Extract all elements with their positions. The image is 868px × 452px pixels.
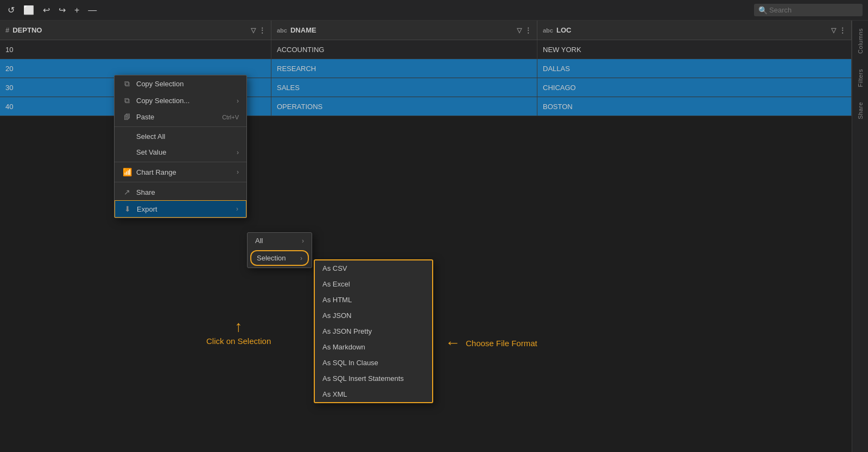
- menu-item-paste[interactable]: 🗐 Paste Ctrl+V: [115, 109, 246, 125]
- search-input[interactable]: [754, 4, 863, 16]
- format-submenu: As CSV As Excel As HTML As JSON As JSON …: [314, 259, 433, 403]
- format-label-csv: As CSV: [322, 264, 347, 272]
- more-icon-deptno[interactable]: ⋮: [259, 27, 265, 34]
- format-item-html[interactable]: As HTML: [315, 292, 432, 308]
- menu-item-copy-selection-dots[interactable]: ⧉ Copy Selection... ›: [115, 92, 246, 109]
- cell-deptno-0: 10: [0, 40, 271, 59]
- share-icon: ↗: [122, 188, 132, 196]
- arrow-icon: ›: [237, 97, 239, 105]
- more-icon-loc[interactable]: ⋮: [839, 27, 846, 34]
- chart-icon: 📶: [122, 168, 132, 176]
- format-label-html: As HTML: [322, 296, 352, 304]
- right-sidebar: Columns Filters Share: [852, 21, 868, 452]
- redo-icon[interactable]: ↪: [56, 4, 68, 16]
- arrow-icon-all: ›: [302, 237, 304, 245]
- col-label-dname: DNAME: [290, 26, 316, 34]
- submenu-label-selection: Selection: [257, 254, 286, 262]
- more-icon-dname[interactable]: ⋮: [525, 27, 531, 34]
- cell-dname-0: ACCOUNTING: [271, 40, 537, 59]
- paste-shortcut: Ctrl+V: [222, 114, 239, 120]
- col-header-dname: abc DNAME ▽ ⋮: [271, 21, 537, 40]
- menu-item-set-value[interactable]: Set Value ›: [115, 144, 246, 160]
- submenu-item-all[interactable]: All ›: [248, 233, 312, 249]
- submenu-label-all: All: [255, 237, 263, 245]
- format-item-sql-in[interactable]: As SQL In Clause: [315, 355, 432, 371]
- annotation-click-label: Click on Selection: [206, 336, 271, 346]
- menu-item-copy-selection[interactable]: ⧉ Copy Selection: [115, 75, 246, 92]
- cell-dname-3: OPERATIONS: [271, 97, 537, 116]
- arrow-icon-cr: ›: [237, 168, 239, 176]
- menu-divider-3: [115, 182, 246, 182]
- search-wrap: 🔍: [754, 4, 863, 16]
- arrow-left-icon: ←: [445, 335, 460, 351]
- arrow-up-icon: ↑: [235, 319, 243, 334]
- format-label-json: As JSON: [322, 311, 351, 320]
- add-icon[interactable]: +: [72, 4, 81, 16]
- menu-label-chart-range: Chart Range: [136, 168, 176, 176]
- hash-icon: #: [5, 26, 9, 34]
- sidebar-tab-share[interactable]: Share: [856, 100, 865, 122]
- format-item-excel[interactable]: As Excel: [315, 276, 432, 292]
- format-label-excel: As Excel: [322, 280, 350, 288]
- minus-icon[interactable]: —: [86, 4, 99, 16]
- col-label-deptno: DEPTNO: [12, 26, 42, 34]
- annotation-choose-format: ← Choose File Format: [445, 335, 537, 351]
- menu-item-select-all[interactable]: Select All: [115, 129, 246, 144]
- format-item-json[interactable]: As JSON: [315, 308, 432, 323]
- format-item-markdown[interactable]: As Markdown: [315, 339, 432, 355]
- table-row[interactable]: 10 ACCOUNTING NEW YORK: [0, 40, 852, 59]
- arrow-icon-sel: ›: [300, 254, 302, 262]
- annotation-click-selection: ↑ Click on Selection: [206, 319, 271, 346]
- menu-item-export[interactable]: ⬇ Export ›: [115, 200, 246, 218]
- cell-loc-1: DALLAS: [537, 59, 852, 78]
- submenu-item-selection[interactable]: Selection ›: [250, 250, 309, 266]
- menu-item-share[interactable]: ↗ Share: [115, 184, 246, 200]
- menu-label-export: Export: [137, 205, 157, 213]
- format-item-xml[interactable]: As XML: [315, 386, 432, 402]
- menu-label-share: Share: [136, 188, 155, 196]
- format-label-json-pretty: As JSON Pretty: [322, 327, 372, 335]
- undo-icon[interactable]: ↩: [41, 4, 52, 16]
- col-header-loc: abc LOC ▽ ⋮: [537, 21, 852, 40]
- annotation-format-label: Choose File Format: [466, 339, 537, 348]
- export-icon: ⬇: [123, 205, 132, 213]
- arrow-icon-sv: ›: [237, 149, 239, 156]
- context-menu: ⧉ Copy Selection ⧉ Copy Selection... › 🗐…: [114, 75, 247, 218]
- menu-label-paste: Paste: [136, 113, 154, 121]
- format-item-csv[interactable]: As CSV: [315, 260, 432, 276]
- copy-icon: ⧉: [122, 79, 132, 88]
- menu-label-copy-selection: Copy Selection: [136, 80, 183, 88]
- sidebar-tab-filters[interactable]: Filters: [856, 67, 865, 89]
- cell-loc-0: NEW YORK: [537, 40, 852, 59]
- format-item-json-pretty[interactable]: As JSON Pretty: [315, 323, 432, 339]
- cell-dname-2: SALES: [271, 78, 537, 97]
- table-area: # DEPTNO ▽ ⋮ abc DNAME ▽ ⋮ abc LOC ▽: [0, 21, 852, 431]
- cell-loc-3: BOSTON: [537, 97, 852, 116]
- refresh-icon[interactable]: ↺: [5, 4, 17, 16]
- format-item-sql-insert[interactable]: As SQL Insert Statements: [315, 371, 432, 386]
- save-icon[interactable]: ⬜: [21, 4, 36, 16]
- copy-icon-2: ⧉: [122, 96, 132, 105]
- filter-icon-dname[interactable]: ▽: [517, 27, 522, 34]
- menu-label-select-all: Select All: [136, 132, 165, 141]
- cell-loc-2: CHICAGO: [537, 78, 852, 97]
- sidebar-filters-label: Filters: [857, 69, 864, 87]
- abc-icon-dname: abc: [277, 27, 287, 34]
- arrow-icon-exp: ›: [236, 205, 238, 213]
- format-label-xml: As XML: [322, 390, 347, 398]
- sidebar-tab-columns[interactable]: Columns: [856, 26, 865, 56]
- format-label-sql-insert: As SQL Insert Statements: [322, 374, 404, 383]
- col-label-loc: LOC: [556, 26, 571, 34]
- toolbar: ↺ ⬜ ↩ ↪ + — 🔍: [0, 0, 868, 21]
- filter-icon-deptno[interactable]: ▽: [251, 27, 256, 34]
- sidebar-share-label: Share: [857, 102, 864, 119]
- format-label-markdown: As Markdown: [322, 343, 365, 351]
- menu-item-chart-range[interactable]: 📶 Chart Range ›: [115, 164, 246, 180]
- paste-icon: 🗐: [122, 113, 132, 121]
- format-label-sql-in: As SQL In Clause: [322, 359, 378, 367]
- column-headers: # DEPTNO ▽ ⋮ abc DNAME ▽ ⋮ abc LOC ▽: [0, 21, 852, 40]
- menu-divider-2: [115, 162, 246, 162]
- menu-divider-1: [115, 126, 246, 127]
- abc-icon-loc: abc: [543, 27, 553, 34]
- filter-icon-loc[interactable]: ▽: [831, 27, 836, 34]
